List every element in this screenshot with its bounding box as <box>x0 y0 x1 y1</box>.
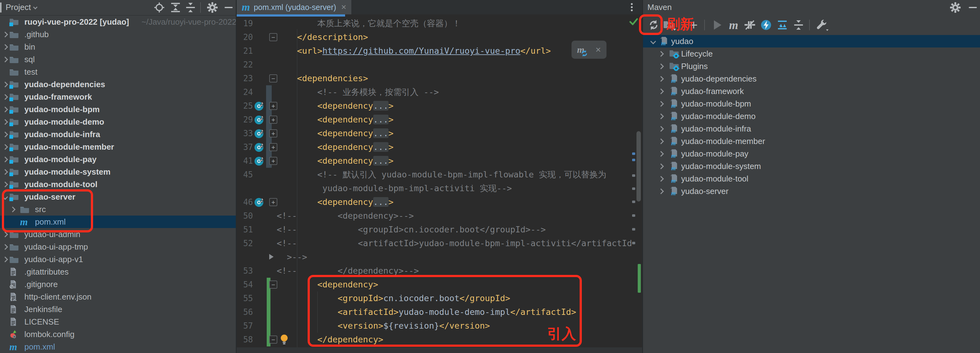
error-stripe-mark[interactable] <box>632 242 635 244</box>
maven-settings-wrench-icon[interactable] <box>814 15 830 35</box>
code-line-29: 29+ <dependency...> <box>237 113 642 127</box>
error-stripe-mark[interactable] <box>632 174 635 177</box>
line-number: 25 <box>237 99 253 113</box>
chevron-right-icon[interactable] <box>658 151 663 156</box>
hide-panel-icon[interactable] <box>222 1 235 14</box>
error-stripe-added-mark[interactable] <box>638 264 641 293</box>
dependency-update-gutter-icon[interactable] <box>254 128 265 139</box>
code-text: yudao-module-bpm-impl-activiti 实现--> <box>277 181 512 195</box>
folded-code-chip[interactable]: ... <box>373 129 388 138</box>
tree-item-label: yudao-framework <box>24 92 92 102</box>
fold-expand-icon[interactable]: + <box>269 157 277 165</box>
chevron-right-icon[interactable] <box>2 44 8 50</box>
chevron-right-icon[interactable] <box>2 81 8 87</box>
expand-all-icon-blue[interactable] <box>774 15 791 35</box>
chevron-right-icon[interactable] <box>658 101 663 107</box>
code-token: <dependency <box>317 142 373 152</box>
folded-code-chip[interactable]: ... <box>373 114 388 124</box>
maven-reload-widget[interactable]: m × <box>571 41 606 59</box>
fold-expand-icon[interactable]: + <box>269 143 277 151</box>
chevron-right-icon[interactable] <box>2 169 8 175</box>
fold-expand-icon[interactable]: + <box>269 129 277 137</box>
expand-all-icon[interactable] <box>169 1 182 14</box>
fold-expand-icon[interactable]: + <box>269 198 277 206</box>
code-token <box>277 142 317 152</box>
error-stripe-mark[interactable] <box>632 153 635 155</box>
chevron-right-icon[interactable] <box>658 64 663 69</box>
chevron-right-icon[interactable] <box>658 76 663 81</box>
hide-panel-icon[interactable] <box>967 1 979 14</box>
error-stripe-mark[interactable] <box>632 214 635 217</box>
skip-tests-icon[interactable] <box>742 15 758 35</box>
chevron-right-icon[interactable] <box>2 181 8 187</box>
chevron-right-icon[interactable] <box>2 156 8 162</box>
code-line-24: 24 <!-- 业务模块，按需引入 --> <box>237 85 642 99</box>
code-token: yudao-module-bpm-impl-activiti 实现--> <box>277 183 512 193</box>
chevron-right-icon[interactable] <box>658 113 663 119</box>
fold-collapse-icon[interactable]: − <box>269 336 277 343</box>
maven-panel-title: Maven <box>648 3 672 12</box>
close-icon[interactable]: × <box>341 2 346 12</box>
fold-expand-icon[interactable]: + <box>269 102 277 110</box>
dependency-update-gutter-icon[interactable] <box>254 156 265 166</box>
error-stripe-mark[interactable] <box>632 159 635 161</box>
chevron-right-icon[interactable] <box>2 57 8 62</box>
dependency-update-gutter-icon[interactable] <box>254 142 265 153</box>
locate-icon[interactable] <box>153 1 165 14</box>
chevron-right-icon[interactable] <box>2 32 8 37</box>
folded-code-chip[interactable]: ... <box>373 142 388 152</box>
error-stripe-mark[interactable] <box>632 228 635 231</box>
doc-icon <box>10 267 17 276</box>
collapse-all-icon[interactable] <box>791 15 807 35</box>
chevron-right-icon[interactable] <box>658 188 663 194</box>
inspection-ok-check-icon[interactable] <box>629 17 638 26</box>
maven-reload-icon[interactable]: m <box>577 45 584 55</box>
settings-gear-icon[interactable] <box>206 1 219 14</box>
folder-gear-icon <box>669 49 679 59</box>
tab-pom-xml[interactable]: m pom.xml (yudao-server) × <box>237 0 352 14</box>
fold-collapse-icon[interactable]: − <box>269 74 277 83</box>
dependency-update-gutter-icon[interactable] <box>254 114 265 125</box>
svg-text:m: m <box>671 190 676 196</box>
chevron-right-icon[interactable] <box>2 244 8 250</box>
fold-collapse-icon[interactable]: − <box>269 33 277 41</box>
chevron-right-icon[interactable] <box>658 164 663 169</box>
chevron-right-icon[interactable] <box>2 144 8 149</box>
offline-mode-icon[interactable] <box>758 15 774 35</box>
chevron-right-icon[interactable] <box>2 94 8 100</box>
maven-goal-icon[interactable]: m <box>725 15 742 35</box>
tree-item-label: yudao-module-infra <box>24 130 100 139</box>
folded-code-chip[interactable]: ... <box>373 197 388 207</box>
editor-scrollbar-thumb[interactable] <box>636 131 641 202</box>
code-token <box>277 129 317 138</box>
caret-down-icon[interactable] <box>34 4 37 10</box>
fold-collapse-icon[interactable]: − <box>269 280 277 289</box>
offline-mode-icon <box>760 19 772 30</box>
code-text: >--> <box>277 250 307 264</box>
close-icon[interactable]: × <box>595 45 601 55</box>
chevron-right-icon[interactable] <box>658 176 663 181</box>
folded-code-chip[interactable]: ... <box>373 101 388 111</box>
dependency-update-gutter-icon[interactable] <box>254 100 265 111</box>
folded-code-chip[interactable]: ... <box>373 156 388 165</box>
chevron-right-icon[interactable] <box>658 88 663 94</box>
chevron-right-icon[interactable] <box>2 107 8 112</box>
chevron-right-icon[interactable] <box>2 132 8 137</box>
code-token: <dependencies> <box>297 73 368 83</box>
fold-expand-icon[interactable]: + <box>269 116 277 124</box>
dependency-update-gutter-icon[interactable] <box>254 197 265 207</box>
doc-icon <box>10 305 17 314</box>
chevron-right-icon[interactable] <box>2 119 8 125</box>
chevron-right-icon[interactable] <box>658 138 663 144</box>
error-stripe-mark[interactable] <box>632 188 635 190</box>
chevron-right-icon[interactable] <box>658 51 663 57</box>
chevron-right-icon[interactable] <box>2 256 8 262</box>
run-icon[interactable] <box>709 15 725 35</box>
settings-gear-icon[interactable] <box>949 1 962 14</box>
svg-text:{..}: {..} <box>10 297 17 301</box>
collapse-all-icon[interactable] <box>184 1 197 14</box>
horizontal-scrollbar-track[interactable] <box>237 347 642 353</box>
kebab-menu-icon[interactable] <box>631 2 633 13</box>
chevron-right-icon[interactable] <box>658 126 663 132</box>
error-stripe-mark[interactable] <box>632 200 635 203</box>
